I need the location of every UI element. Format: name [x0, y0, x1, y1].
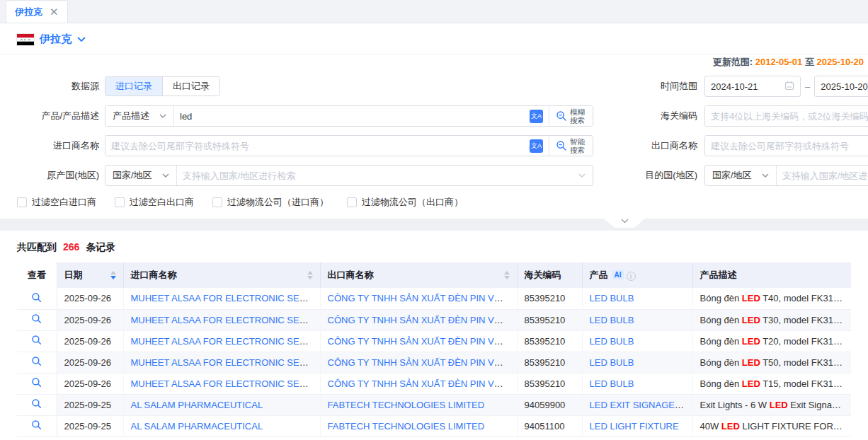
importer-name-input[interactable] [105, 136, 530, 156]
keyword-highlight: LED [742, 357, 760, 368]
importer-link[interactable]: AL SALAM PHARMACEUTICAL [131, 400, 263, 410]
country-name: 伊拉克 [40, 33, 72, 46]
importer-link[interactable]: MUHEET ALSAA FOR ELECTRONIC SERVICE... [131, 378, 321, 389]
iraq-flag-icon [17, 34, 34, 45]
product-link[interactable]: LED BULB [590, 378, 634, 389]
smart-search-button[interactable]: 智能搜索 [549, 136, 593, 156]
product-link[interactable]: LED BULB [590, 293, 634, 303]
origin-country-label: 原产国(地区) [17, 169, 99, 182]
exporter-name-input[interactable] [705, 136, 868, 156]
destination-country-input[interactable] [777, 166, 868, 185]
date-to-value[interactable] [821, 81, 868, 92]
import-records-tab[interactable]: 进口记录 [105, 77, 162, 95]
cell-exporter: CÔNG TY TNHH SẢN XUẤT ĐÈN PIN VỢT ... [320, 309, 517, 330]
collapse-panel-button[interactable] [604, 219, 645, 228]
magnifier-icon [31, 335, 42, 345]
origin-dropdown-chevron-icon[interactable] [578, 173, 586, 178]
tab-iraq[interactable]: 伊拉克 ✕ [6, 0, 68, 23]
product-link[interactable]: LED BULB [590, 357, 634, 368]
cell-hs-code: 94051100 [517, 415, 582, 436]
table-row: 2025-09-26MUHEET ALSAA FOR ELECTRONIC SE… [17, 288, 851, 309]
exporter-link[interactable]: FABTECH TECHNOLOGIES LIMITED [328, 421, 485, 432]
ai-badge: AI [612, 270, 624, 279]
importer-link[interactable]: MUHEET ALSAA FOR ELECTRONIC SERVICE... [131, 315, 321, 325]
cell-importer: MUHEET ALSAA FOR ELECTRONIC SERVICE... [123, 309, 320, 330]
origin-country-input[interactable] [177, 166, 577, 185]
view-record-button[interactable] [17, 394, 57, 415]
table-header-row: 查看 日期 进口商名称 出口商名称 海关编码 产品AIi 产品描述 [17, 262, 851, 288]
tab-title: 伊拉克 [15, 6, 42, 18]
importer-link[interactable]: MUHEET ALSAA FOR ELECTRONIC SERVICE... [131, 336, 321, 347]
table-row: 2025-09-25AL SALAM PHARMACEUTICALFABTECH… [17, 394, 851, 415]
product-link[interactable]: LED EXIT SIGNAGE LIG... [590, 400, 693, 410]
checkbox-box-icon[interactable] [212, 197, 222, 207]
sort-exporter-control[interactable] [504, 271, 510, 279]
checkbox-box-icon[interactable] [115, 197, 125, 207]
exporter-link[interactable]: CÔNG TY TNHH SẢN XUẤT ĐÈN PIN VỢT ... [328, 315, 518, 325]
origin-country-type-select[interactable]: 国家/地区 [105, 166, 177, 185]
product-search-input[interactable] [174, 106, 530, 126]
view-record-button[interactable] [17, 309, 57, 330]
view-record-button[interactable] [17, 415, 57, 436]
checkbox-box-icon[interactable] [347, 197, 357, 207]
filter-checkbox[interactable]: 过滤物流公司（进口商） [212, 196, 329, 209]
cell-exporter: FABTECH TECHNOLOGIES LIMITED [320, 415, 517, 436]
cell-product: LED BULB [582, 288, 692, 309]
exporter-label: 出口商名称 [593, 139, 697, 152]
cell-description: Bóng đèn LED T15, model FK313-T1... [692, 373, 851, 394]
keyword-highlight: LED [742, 378, 760, 389]
cell-product: LED EXIT SIGNAGE LIG... [582, 394, 692, 415]
checkbox-box-icon[interactable] [17, 197, 27, 207]
product-link[interactable]: LED LIGHT FIXTURE [590, 421, 679, 432]
cell-date: 2025-09-26 [57, 352, 123, 373]
translate-icon[interactable]: 文A [530, 110, 543, 123]
hs-code-input[interactable] [705, 106, 868, 126]
keyword-highlight: LED [742, 315, 760, 325]
destination-country-label: 目的国(地区) [593, 169, 697, 182]
destination-country-type-select[interactable]: 国家/地区 [705, 166, 777, 185]
cell-description: Bóng đèn LED T50, model FK313-T5... [692, 352, 851, 373]
exporter-link[interactable]: CÔNG TY TNHH SẢN XUẤT ĐÈN PIN VỢT ... [328, 293, 518, 303]
export-records-tab[interactable]: 出口记录 [162, 77, 219, 95]
table-row: 2025-09-26MUHEET ALSAA FOR ELECTRONIC SE… [17, 330, 851, 352]
sort-importer-control[interactable] [307, 271, 313, 279]
exporter-link[interactable]: CÔNG TY TNHH SẢN XUẤT ĐÈN PIN VỢT ... [328, 357, 518, 368]
view-record-button[interactable] [17, 330, 57, 352]
magnifier-icon [31, 356, 42, 366]
cell-date: 2025-09-26 [57, 309, 123, 330]
sort-date-control[interactable] [110, 271, 116, 279]
importer-link[interactable]: AL SALAM PHARMACEUTICAL [131, 421, 263, 432]
header-importer[interactable]: 进口商名称 [123, 262, 320, 288]
importer-link[interactable]: MUHEET ALSAA FOR ELECTRONIC SERVICE... [131, 357, 321, 368]
country-switch-chevron-icon[interactable] [77, 34, 86, 45]
filter-checkbox[interactable]: 过滤空白出口商 [115, 196, 194, 209]
header-date[interactable]: 日期 [57, 262, 123, 288]
header-exporter[interactable]: 出口商名称 [320, 262, 517, 288]
cell-exporter: CÔNG TY TNHH SẢN XUẤT ĐÈN PIN VỢT ... [320, 373, 517, 394]
importer-link[interactable]: MUHEET ALSAA FOR ELECTRONIC SERVICE... [131, 293, 321, 303]
cell-hs-code: 85395210 [517, 352, 582, 373]
exporter-link[interactable]: CÔNG TY TNHH SẢN XUẤT ĐÈN PIN VỢT ... [328, 336, 518, 347]
date-from-input[interactable] [704, 76, 801, 97]
tab-bar: 伊拉克 ✕ [0, 0, 868, 23]
product-link[interactable]: LED BULB [590, 315, 634, 325]
filter-checkbox[interactable]: 过滤物流公司（出口商） [347, 196, 463, 209]
cell-date: 2025-09-26 [57, 373, 123, 394]
date-to-input[interactable] [814, 76, 868, 97]
view-record-button[interactable] [17, 373, 57, 394]
filter-checkbox[interactable]: 过滤空白进口商 [17, 196, 96, 209]
product-field-type-select[interactable]: 产品描述 [105, 106, 174, 126]
table-row: 2025-09-26MUHEET ALSAA FOR ELECTRONIC SE… [17, 352, 851, 373]
view-record-button[interactable] [17, 352, 57, 373]
tab-close-icon[interactable]: ✕ [50, 6, 59, 17]
page: 伊拉克 ✕ 伊拉克 更新范围: 2012-05-01 至 2025-10-20 … [0, 0, 868, 440]
exporter-link[interactable]: CÔNG TY TNHH SẢN XUẤT ĐÈN PIN VỢT ... [328, 378, 518, 389]
translate-icon[interactable]: 文A [530, 139, 543, 153]
info-icon[interactable]: i [627, 272, 636, 281]
fuzzy-search-button[interactable]: 模糊搜索 [549, 106, 593, 126]
product-link[interactable]: LED BULB [590, 336, 634, 347]
filter-panel: 伊拉克 更新范围: 2012-05-01 至 2025-10-20 数据源 进口… [0, 23, 868, 219]
date-from-value[interactable] [711, 81, 784, 92]
view-record-button[interactable] [17, 288, 57, 309]
exporter-link[interactable]: FABTECH TECHNOLOGIES LIMITED [328, 400, 485, 410]
